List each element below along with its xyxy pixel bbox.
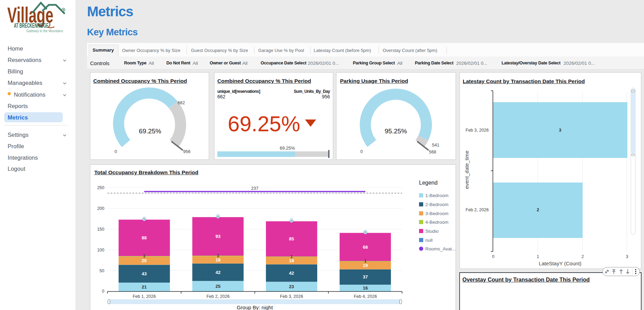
svg-text:Gateway to the Mountains: Gateway to the Mountains <box>26 29 63 33</box>
svg-text:R: R <box>62 9 64 11</box>
svg-text:AT BRECKENRIDGE: AT BRECKENRIDGE <box>14 22 49 29</box>
